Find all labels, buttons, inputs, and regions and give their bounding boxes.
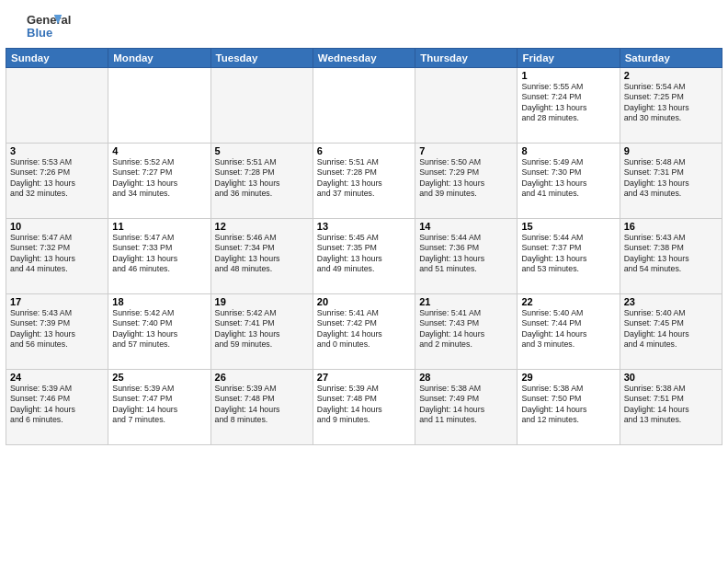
- day-info: Sunrise: 5:52 AM Sunset: 7:27 PM Dayligh…: [112, 157, 206, 200]
- day-number: 13: [317, 221, 411, 232]
- day-info: Sunrise: 5:43 AM Sunset: 7:38 PM Dayligh…: [624, 233, 718, 275]
- calendar-cell: [6, 68, 108, 144]
- calendar-cell: 15Sunrise: 5:44 AM Sunset: 7:37 PM Dayli…: [518, 219, 620, 294]
- weekday-header-sunday: Sunday: [6, 49, 108, 68]
- day-info: Sunrise: 5:45 AM Sunset: 7:35 PM Dayligh…: [317, 233, 411, 275]
- day-info: Sunrise: 5:47 AM Sunset: 7:32 PM Dayligh…: [10, 233, 104, 275]
- day-number: 24: [10, 372, 104, 383]
- day-number: 1: [521, 70, 615, 81]
- day-number: 16: [624, 221, 718, 232]
- day-number: 10: [10, 221, 104, 232]
- day-info: Sunrise: 5:38 AM Sunset: 7:50 PM Dayligh…: [521, 384, 615, 426]
- day-number: 2: [624, 70, 718, 81]
- calendar-cell: 21Sunrise: 5:41 AM Sunset: 7:43 PM Dayli…: [415, 294, 518, 370]
- day-number: 25: [112, 372, 206, 383]
- day-number: 11: [112, 221, 206, 232]
- calendar-cell: 2Sunrise: 5:54 AM Sunset: 7:25 PM Daylig…: [620, 68, 722, 144]
- calendar-cell: 24Sunrise: 5:39 AM Sunset: 7:46 PM Dayli…: [6, 370, 108, 445]
- day-number: 15: [521, 221, 615, 232]
- day-info: Sunrise: 5:42 AM Sunset: 7:41 PM Dayligh…: [215, 308, 309, 350]
- day-info: Sunrise: 5:46 AM Sunset: 7:34 PM Dayligh…: [215, 233, 309, 275]
- day-number: 30: [624, 372, 718, 383]
- calendar-cell: 7Sunrise: 5:50 AM Sunset: 7:29 PM Daylig…: [415, 144, 518, 219]
- day-info: Sunrise: 5:54 AM Sunset: 7:25 PM Dayligh…: [624, 82, 718, 124]
- calendar-cell: 23Sunrise: 5:40 AM Sunset: 7:45 PM Dayli…: [620, 294, 722, 370]
- calendar-cell: 20Sunrise: 5:41 AM Sunset: 7:42 PM Dayli…: [313, 294, 415, 370]
- calendar: SundayMondayTuesdayWednesdayThursdayFrid…: [6, 48, 722, 445]
- day-info: Sunrise: 5:39 AM Sunset: 7:48 PM Dayligh…: [317, 384, 411, 426]
- day-info: Sunrise: 5:39 AM Sunset: 7:46 PM Dayligh…: [10, 384, 104, 426]
- calendar-week-row: 3Sunrise: 5:53 AM Sunset: 7:26 PM Daylig…: [6, 144, 722, 219]
- calendar-cell: 25Sunrise: 5:39 AM Sunset: 7:47 PM Dayli…: [108, 370, 210, 445]
- day-number: 19: [215, 296, 309, 307]
- weekday-header-tuesday: Tuesday: [210, 49, 313, 68]
- day-number: 12: [215, 221, 309, 232]
- calendar-cell: 8Sunrise: 5:49 AM Sunset: 7:30 PM Daylig…: [518, 144, 620, 219]
- calendar-cell: 5Sunrise: 5:51 AM Sunset: 7:28 PM Daylig…: [210, 144, 313, 219]
- calendar-cell: 12Sunrise: 5:46 AM Sunset: 7:34 PM Dayli…: [210, 219, 313, 294]
- day-number: 17: [10, 296, 104, 307]
- calendar-cell: [108, 68, 210, 144]
- day-info: Sunrise: 5:55 AM Sunset: 7:24 PM Dayligh…: [521, 82, 615, 124]
- calendar-cell: 19Sunrise: 5:42 AM Sunset: 7:41 PM Dayli…: [210, 294, 313, 370]
- day-number: 22: [521, 296, 615, 307]
- day-number: 23: [624, 296, 718, 307]
- day-info: Sunrise: 5:51 AM Sunset: 7:28 PM Dayligh…: [317, 157, 411, 200]
- calendar-cell: 13Sunrise: 5:45 AM Sunset: 7:35 PM Dayli…: [313, 219, 415, 294]
- day-info: Sunrise: 5:44 AM Sunset: 7:37 PM Dayligh…: [521, 233, 615, 275]
- day-info: Sunrise: 5:53 AM Sunset: 7:26 PM Dayligh…: [10, 157, 104, 200]
- svg-text:Blue: Blue: [27, 26, 52, 40]
- calendar-cell: 30Sunrise: 5:38 AM Sunset: 7:51 PM Dayli…: [620, 370, 722, 445]
- day-info: Sunrise: 5:51 AM Sunset: 7:28 PM Dayligh…: [215, 157, 309, 200]
- day-info: Sunrise: 5:42 AM Sunset: 7:40 PM Dayligh…: [112, 308, 206, 350]
- calendar-cell: 9Sunrise: 5:48 AM Sunset: 7:31 PM Daylig…: [620, 144, 722, 219]
- day-number: 20: [317, 296, 411, 307]
- calendar-cell: [415, 68, 518, 144]
- day-info: Sunrise: 5:50 AM Sunset: 7:29 PM Dayligh…: [419, 157, 513, 200]
- day-info: Sunrise: 5:38 AM Sunset: 7:51 PM Dayligh…: [624, 384, 718, 426]
- day-info: Sunrise: 5:44 AM Sunset: 7:36 PM Dayligh…: [419, 233, 513, 275]
- day-number: 26: [215, 372, 309, 383]
- calendar-cell: 4Sunrise: 5:52 AM Sunset: 7:27 PM Daylig…: [108, 144, 210, 219]
- day-info: Sunrise: 5:38 AM Sunset: 7:49 PM Dayligh…: [419, 384, 513, 426]
- day-number: 9: [624, 145, 718, 156]
- calendar-cell: [210, 68, 313, 144]
- header: General Blue: [0, 0, 728, 48]
- day-number: 14: [419, 221, 513, 232]
- day-info: Sunrise: 5:39 AM Sunset: 7:48 PM Dayligh…: [215, 384, 309, 426]
- calendar-cell: 29Sunrise: 5:38 AM Sunset: 7:50 PM Dayli…: [518, 370, 620, 445]
- day-number: 29: [521, 372, 615, 383]
- weekday-header-monday: Monday: [108, 49, 210, 68]
- calendar-cell: 16Sunrise: 5:43 AM Sunset: 7:38 PM Dayli…: [620, 219, 722, 294]
- calendar-cell: 6Sunrise: 5:51 AM Sunset: 7:28 PM Daylig…: [313, 144, 415, 219]
- day-number: 21: [419, 296, 513, 307]
- weekday-header-friday: Friday: [518, 49, 620, 68]
- day-info: Sunrise: 5:41 AM Sunset: 7:43 PM Dayligh…: [419, 308, 513, 350]
- day-number: 27: [317, 372, 411, 383]
- calendar-cell: 18Sunrise: 5:42 AM Sunset: 7:40 PM Dayli…: [108, 294, 210, 370]
- day-number: 28: [419, 372, 513, 383]
- day-info: Sunrise: 5:40 AM Sunset: 7:45 PM Dayligh…: [624, 308, 718, 350]
- day-info: Sunrise: 5:47 AM Sunset: 7:33 PM Dayligh…: [112, 233, 206, 275]
- calendar-week-row: 10Sunrise: 5:47 AM Sunset: 7:32 PM Dayli…: [6, 219, 722, 294]
- day-info: Sunrise: 5:49 AM Sunset: 7:30 PM Dayligh…: [521, 157, 615, 200]
- day-number: 8: [521, 145, 615, 156]
- logo: General Blue: [11, 7, 75, 44]
- day-number: 18: [112, 296, 206, 307]
- table-wrapper: SundayMondayTuesdayWednesdayThursdayFrid…: [0, 48, 728, 449]
- day-info: Sunrise: 5:41 AM Sunset: 7:42 PM Dayligh…: [317, 308, 411, 350]
- weekday-header-saturday: Saturday: [620, 49, 722, 68]
- calendar-header-row: SundayMondayTuesdayWednesdayThursdayFrid…: [6, 49, 722, 68]
- day-number: 4: [112, 145, 206, 156]
- calendar-cell: 10Sunrise: 5:47 AM Sunset: 7:32 PM Dayli…: [6, 219, 108, 294]
- calendar-cell: 11Sunrise: 5:47 AM Sunset: 7:33 PM Dayli…: [108, 219, 210, 294]
- day-number: 6: [317, 145, 411, 156]
- svg-text:General: General: [27, 13, 71, 27]
- calendar-cell: [313, 68, 415, 144]
- weekday-header-thursday: Thursday: [415, 49, 518, 68]
- day-info: Sunrise: 5:40 AM Sunset: 7:44 PM Dayligh…: [521, 308, 615, 350]
- weekday-header-wednesday: Wednesday: [313, 49, 415, 68]
- calendar-week-row: 1Sunrise: 5:55 AM Sunset: 7:24 PM Daylig…: [6, 68, 722, 144]
- day-info: Sunrise: 5:48 AM Sunset: 7:31 PM Dayligh…: [624, 157, 718, 200]
- day-info: Sunrise: 5:43 AM Sunset: 7:39 PM Dayligh…: [10, 308, 104, 350]
